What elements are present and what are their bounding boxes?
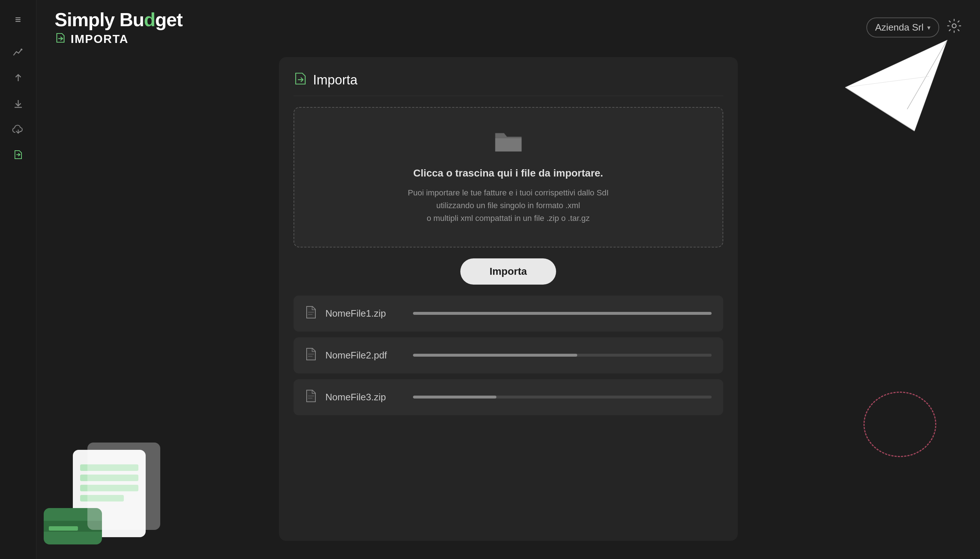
company-selector[interactable]: Azienda Srl ▾ <box>866 18 939 38</box>
folder-icon <box>494 129 523 160</box>
file-list-item: NomeFile1.zip <box>294 296 723 332</box>
import-button-row: Importa <box>294 258 723 284</box>
file-icon <box>305 306 318 321</box>
page-title-row: IMPORTA <box>55 32 182 46</box>
file-icon <box>305 347 318 363</box>
page-title: IMPORTA <box>71 32 129 46</box>
main-area: Simply Budget IMPORTA Azienda Srl <box>36 0 980 559</box>
chevron-down-icon: ▾ <box>927 24 930 31</box>
file-list-item: NomeFile3.zip <box>294 379 723 415</box>
sidebar-nav <box>8 43 28 164</box>
page-title-icon <box>55 32 66 46</box>
drop-text-main: Clicca o trascina qui i file da importar… <box>413 167 603 179</box>
panel-header: Importa <box>294 72 723 96</box>
progress-bar-container <box>413 312 711 315</box>
file-name: NomeFile1.zip <box>325 308 406 319</box>
svg-point-7 <box>952 24 956 28</box>
sidebar-item-stats[interactable] <box>8 43 28 63</box>
main-content: Importa Clicca o trascina qui i file da … <box>36 50 980 559</box>
menu-toggle-button[interactable]: ≡ <box>11 11 25 28</box>
app-logo: Simply Budget <box>55 9 182 31</box>
sidebar-item-import[interactable] <box>8 145 28 164</box>
file-icon <box>305 389 318 405</box>
drop-text-sub: Puoi importare le tue fatture e i tuoi c… <box>408 186 609 225</box>
file-list: NomeFile1.zip NomeFile2.pdf <box>294 296 723 415</box>
logo-area: Simply Budget IMPORTA <box>55 9 182 46</box>
file-list-item: NomeFile2.pdf <box>294 337 723 374</box>
sidebar-item-upload[interactable] <box>8 68 28 88</box>
header: Simply Budget IMPORTA Azienda Srl <box>36 0 980 50</box>
sidebar-item-download[interactable] <box>8 94 28 114</box>
sidebar: ≡ <box>0 0 36 559</box>
header-right: Azienda Srl ▾ <box>866 18 962 38</box>
file-name: NomeFile2.pdf <box>325 350 406 361</box>
progress-bar-fill <box>413 354 577 357</box>
sidebar-item-cloud[interactable] <box>8 119 28 139</box>
panel-header-icon <box>294 72 307 88</box>
progress-bar-fill <box>413 395 497 399</box>
panel-header-title: Importa <box>313 73 358 88</box>
file-name: NomeFile3.zip <box>325 392 406 403</box>
svg-point-0 <box>20 49 22 51</box>
import-panel: Importa Clicca o trascina qui i file da … <box>279 57 738 541</box>
settings-button[interactable] <box>947 18 962 37</box>
progress-bar-container <box>413 354 711 357</box>
company-name: Azienda Srl <box>875 22 924 33</box>
import-button[interactable]: Importa <box>460 258 556 284</box>
progress-bar-fill <box>413 312 711 315</box>
progress-bar-container <box>413 395 711 399</box>
file-drop-zone[interactable]: Clicca o trascina qui i file da importar… <box>294 107 723 248</box>
